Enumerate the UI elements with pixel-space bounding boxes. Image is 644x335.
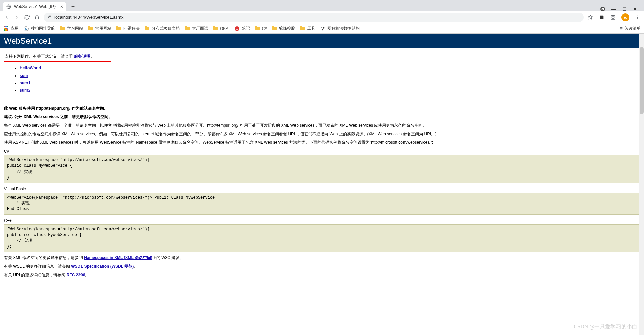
- toolbar: localhost:44344/WebService1.asmx e.: [0, 11, 644, 23]
- star-icon[interactable]: [587, 14, 594, 21]
- reload-button[interactable]: [23, 14, 30, 21]
- menu-icon[interactable]: [634, 14, 641, 21]
- bookmarks-bar: 应用 S搜狗网址导航 学习网站 常用网站 问题解决 分布式项目文档 大厂面试 O…: [0, 23, 644, 34]
- svg-rect-5: [600, 15, 604, 19]
- scrollbar-thumb[interactable]: [640, 47, 644, 114]
- rfc-link[interactable]: RFC 2396: [67, 273, 85, 277]
- paragraph: 每个 XML Web services 都需要一个唯一的命名空间，以便客户端应用…: [4, 122, 640, 129]
- operation-link[interactable]: sum2: [20, 88, 30, 93]
- note-icon: G: [234, 26, 240, 31]
- folder-icon: [300, 26, 305, 31]
- operation-link[interactable]: sum1: [20, 81, 30, 85]
- folder-icon: [144, 26, 150, 31]
- bookmark-item[interactable]: 驼峰控股: [272, 26, 295, 31]
- code-block-vb: <WebService(Namespace:="http://microsoft…: [4, 193, 640, 215]
- forward-button[interactable]: [13, 14, 20, 21]
- folder-icon: [213, 26, 218, 31]
- maximize-button[interactable]: ☐: [622, 7, 627, 11]
- operation-item: sum1: [20, 81, 109, 85]
- tab-strip: WebService1 Web 服务 × + ― ☐ ✕: [0, 0, 644, 11]
- intro-text: 支持下列操作。有关正式定义，请查看 服务说明。: [5, 54, 640, 59]
- service-banner: WebService1: [0, 34, 644, 48]
- apps-icon: [3, 26, 9, 31]
- lock-icon: [48, 15, 52, 20]
- bookmark-item[interactable]: C#: [255, 26, 267, 31]
- operation-item: sum: [20, 73, 109, 78]
- xml-namespaces-link[interactable]: Namespaces in XML (XML 命名空间): [84, 255, 152, 260]
- back-button[interactable]: [3, 14, 10, 21]
- folder-icon: [184, 26, 190, 31]
- extension-icon[interactable]: [598, 14, 605, 21]
- list-icon: [618, 26, 623, 31]
- more-wsdl: 有关 WSDL 的更多详细信息，请参阅 WSDL Specification (…: [4, 263, 640, 270]
- svg-marker-4: [588, 15, 592, 19]
- bookmark-item[interactable]: 大厂面试: [184, 26, 208, 31]
- namespace-heading: 此 Web 服务使用 http://tempuri.org/ 作为默认命名空间。: [4, 105, 640, 112]
- operation-item: HelloWorld: [20, 66, 109, 70]
- browser-tab[interactable]: WebService1 Web 服务 ×: [3, 2, 66, 11]
- svg-point-7: [637, 17, 638, 17]
- page-viewport: WebService1 支持下列操作。有关正式定义，请查看 服务说明。 Hell…: [0, 34, 644, 335]
- incognito-icon[interactable]: [600, 7, 605, 11]
- service-description-link[interactable]: 服务说明: [74, 54, 90, 59]
- home-button[interactable]: [34, 14, 40, 21]
- reading-list[interactable]: 阅读清单: [618, 26, 641, 31]
- folder-icon: [60, 26, 65, 31]
- code-block-cpp: [WebService(Namespace="http://microsoft.…: [4, 224, 640, 252]
- graph-icon: [320, 26, 325, 31]
- svg-point-6: [637, 15, 638, 16]
- operations-box: HelloWorld sum sum1 sum2: [4, 61, 111, 98]
- paragraph: 使用 ASP.NET 创建 XML Web services 时，可以使用 We…: [4, 139, 640, 146]
- code-block-csharp: [WebService(Namespace="http://microsoft.…: [4, 155, 640, 183]
- new-tab-button[interactable]: +: [68, 2, 78, 11]
- bookmark-item[interactable]: OKAI: [213, 26, 230, 31]
- tab-close-icon[interactable]: ×: [60, 4, 63, 9]
- bookmark-item[interactable]: S搜狗网址导航: [23, 26, 55, 31]
- bookmark-item[interactable]: 常用网站: [88, 26, 111, 31]
- toolbar-right: e.: [587, 13, 641, 21]
- sogou-icon: S: [23, 26, 29, 31]
- page-content: 支持下列操作。有关正式定义，请查看 服务说明。 HelloWorld sum s…: [0, 48, 644, 290]
- tab-title: WebService1 Web 服务: [14, 4, 56, 10]
- code-label-csharp: C#: [4, 149, 640, 154]
- bookmark-item[interactable]: 工具: [300, 26, 315, 31]
- profile-avatar[interactable]: e.: [621, 13, 629, 21]
- folder-icon: [88, 26, 93, 31]
- globe-icon: [6, 4, 11, 9]
- operation-item: sum2: [20, 88, 109, 93]
- bookmark-item[interactable]: 问题解决: [116, 26, 140, 31]
- more-uri: 有关 URI 的更多详细信息，请参阅 RFC 2396。: [4, 272, 640, 278]
- close-window-button[interactable]: ✕: [633, 7, 637, 11]
- page-title: WebService1: [4, 36, 640, 46]
- address-bar[interactable]: localhost:44344/WebService1.asmx: [44, 13, 584, 22]
- url-text: localhost:44344/WebService1.asmx: [54, 15, 123, 20]
- svg-rect-3: [49, 17, 51, 18]
- minimize-button[interactable]: ―: [611, 7, 616, 11]
- svg-point-2: [603, 9, 604, 10]
- vertical-scrollbar[interactable]: [639, 34, 644, 335]
- operations-list: HelloWorld sum sum1 sum2: [6, 66, 109, 93]
- code-label-cpp: C++: [4, 218, 640, 223]
- operation-link[interactable]: HelloWorld: [20, 66, 41, 70]
- folder-icon: [255, 26, 260, 31]
- operation-link[interactable]: sum: [20, 73, 28, 78]
- divider: [4, 102, 640, 102]
- puzzle-icon[interactable]: [610, 14, 616, 21]
- apps-shortcut[interactable]: 应用: [3, 26, 19, 31]
- folder-icon: [272, 26, 277, 31]
- code-label-vb: Visual Basic: [4, 187, 640, 191]
- folder-icon: [116, 26, 121, 31]
- bookmark-item[interactable]: 分布式项目文档: [144, 26, 180, 31]
- paragraph: 应使用您控制的命名空间来标识 XML Web services。例如，可以使用公…: [4, 131, 640, 137]
- recommend-text: 建议: 公开 XML Web services 之前，请更改默认命名空间。: [4, 114, 640, 120]
- bookmark-item[interactable]: G笔记: [234, 26, 250, 31]
- window-controls: ― ☐ ✕: [600, 7, 641, 11]
- svg-point-8: [637, 18, 638, 19]
- wsdl-spec-link[interactable]: WSDL Specification (WSDL 规范): [71, 264, 134, 269]
- svg-point-1: [602, 9, 603, 10]
- more-xml: 有关 XML 命名空间的更多详细信息，请参阅 Namespaces in XML…: [4, 255, 640, 261]
- bookmark-item[interactable]: 学习网站: [60, 26, 83, 31]
- watermark: CSDN @一只爱学习的小白: [574, 323, 637, 330]
- bookmark-item[interactable]: 图解算法数据结构: [320, 26, 360, 31]
- apps-label: 应用: [11, 26, 19, 31]
